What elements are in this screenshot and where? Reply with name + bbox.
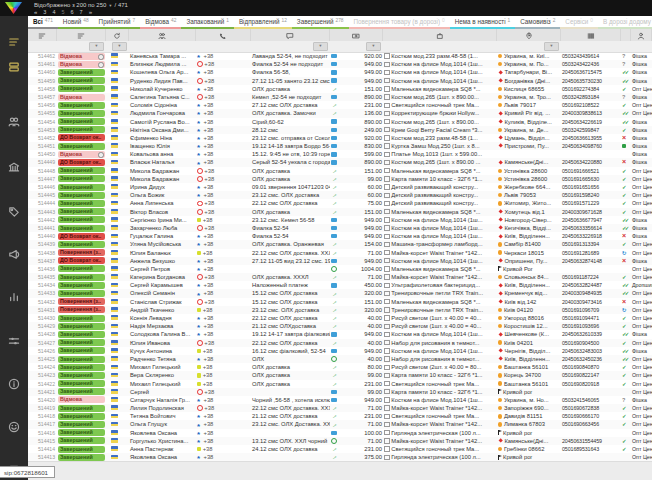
page-6-button[interactable]: 6 [71,9,74,15]
client-phone[interactable]: *+38 [196,437,251,445]
column-ttn[interactable] [561,29,621,41]
client-phone[interactable]: +38 [196,371,251,379]
order-row[interactable]: 514442ЗавершенийСергієнко Ірина Ми...+38… [28,216,652,224]
client-phone[interactable]: *+38 [196,52,251,60]
client-phone[interactable]: *+38 [196,396,251,404]
client-phone[interactable]: +38 [196,404,251,412]
sidebar-orders-icon[interactable] [8,36,20,48]
order-row[interactable]: 514434ЗавершенийСергей Карамышев*+38Нало… [28,281,652,289]
client-phone[interactable]: +38 [196,347,251,355]
client-phone[interactable]: +38 [196,199,251,207]
order-row[interactable]: 514461ВідмоваБлизнюк Людмила ...+38Фиалк… [28,60,652,68]
client-phone[interactable]: *+38 [196,314,251,322]
client-phone[interactable]: +38 [196,380,251,388]
order-row[interactable]: 514420ВідмоваСитарчук Наталія Гр...*+38Ч… [28,396,652,404]
column-client[interactable] [129,29,196,41]
client-phone[interactable]: +38 [196,445,251,453]
client-phone[interactable]: *+38 [196,322,251,330]
sidebar-finance-icon[interactable] [8,161,20,173]
column-address[interactable] [497,29,561,41]
column-status[interactable] [57,29,106,41]
order-row[interactable]: 514452ДО Возврат ок..Єфименко Ніна*+3823… [28,134,652,142]
client-phone[interactable]: *+38 [196,150,251,158]
order-row[interactable]: 514450ВідмоваКовальова анна*+3815.12. 9:… [28,150,652,158]
order-row[interactable]: 514416ЗавершенийЯковлева Оксана*+38100.0… [28,429,652,437]
client-phone[interactable]: *+38 [196,68,251,76]
order-row[interactable]: 514444ЗавершенийАнна Липенська+3822.12 с… [28,199,652,207]
order-row[interactable]: 514427ЗавершенийЮлия Иванова+3822.12 смс… [28,339,652,347]
order-row[interactable]: 514439ЗавершенийУляна Мусійовська*+38ОЛХ… [28,240,652,248]
client-phone[interactable]: *+38 [196,158,251,166]
page-4-button[interactable]: 4 [52,9,55,15]
client-phone[interactable]: +38 [196,208,251,216]
order-row[interactable]: 514430ЗавершенийКсенія Левадня*+3822.12 … [28,314,652,322]
client-phone[interactable]: +38 [196,306,251,314]
client-phone[interactable]: +38 [196,77,251,85]
column-price[interactable] [330,29,383,41]
column-order-id[interactable] [28,29,57,41]
sidebar-reports-icon[interactable] [8,291,20,303]
client-phone[interactable]: *+38 [196,142,251,150]
tab-6[interactable]: Завершений278 [292,16,349,29]
order-row[interactable]: 514437ДО Возврат ок..Анжела Безушко*+382… [28,257,652,265]
tab-5[interactable]: Відправлений12 [234,16,292,29]
order-row[interactable]: 514445ЗавершенийОльга Божик*+3823.12 смс… [28,191,652,199]
client-phone[interactable]: +38 [196,93,251,101]
order-row[interactable]: 514448ЗавершенийМикола Бадражан+38ОЛХ до… [28,167,652,175]
client-phone[interactable]: *+38 [196,183,251,191]
tab-1[interactable]: Новий48 [58,16,94,29]
order-row[interactable]: 514429ЗавершенийНадія Мерзаєва*+3821.12 … [28,322,652,330]
order-row[interactable]: 514457ВідмоваСалегина Татьяна С...+38Кем… [28,93,652,101]
client-phone[interactable]: *+38 [196,330,251,338]
order-row[interactable]: 514453ЗавершенийНікітіна Оксана Дми...*+… [28,126,652,134]
first-page-button[interactable]: « [34,9,37,15]
sidebar-settings-icon[interactable] [8,335,20,347]
page-5-button[interactable]: 5 [61,9,64,15]
client-phone[interactable]: *+38 [196,412,251,420]
order-row[interactable]: 514459ЗавершенийРуденко Лидия Пав...+382… [28,77,652,85]
order-row[interactable]: 514447ЗавершенийМикола Бадражан+38ОЛХ до… [28,175,652,183]
order-row[interactable]: 514419ЗавершенийЛилия Подолинская+3822.1… [28,404,652,412]
order-row[interactable]: 514417ЗавершенийОльга Глущук*+3823.12 см… [28,420,652,428]
page-3-button[interactable]: 3 [43,9,46,15]
sidebar-info-icon[interactable] [8,378,20,390]
order-row[interactable]: 514423ЗавершенийВера Скляренко+38ОЛХ дос… [28,371,652,379]
last-page-button[interactable]: » [89,9,92,15]
client-phone[interactable]: *+38 [196,232,251,240]
client-phone[interactable]: +38 [196,216,251,224]
order-row[interactable]: 514460ЗавершенийКошелева Ольга Ар...*+38… [28,68,652,76]
order-row[interactable]: 514432Повернення (з..Станіслав Стрижак+3… [28,298,652,306]
client-phone[interactable]: *+38 [196,355,251,363]
filter-dropdown[interactable]: ▾ [89,42,104,51]
filter-dropdown[interactable]: ▾ [112,42,127,51]
client-phone[interactable]: *+38 [196,265,251,273]
client-phone[interactable]: +38 [196,175,251,183]
order-row[interactable]: 514425ЗавершенийРадченко Тетяна*+38ОЛХ40… [28,355,652,363]
tab-7[interactable]: Повернення товару (в дорозі)0 [349,16,450,29]
client-phone[interactable]: *+38 [196,289,251,297]
app-logo-icon[interactable] [5,2,22,14]
tab-8[interactable]: Нема в наявності1 [450,16,516,29]
order-row[interactable]: 514443ЗавершенийВіктор Власов+38ОЛХ дост… [28,208,652,216]
client-phone[interactable]: +38 [196,298,251,306]
order-row[interactable]: 514440ДО Возврат ок..Гуцалюк Галина*+38Ф… [28,232,652,240]
sidebar-pricing-icon[interactable] [8,206,20,218]
column-country[interactable] [106,29,129,41]
order-row[interactable]: 514431Повернення (з..Андрій Ткаченко+382… [28,306,652,314]
column-ttn-state[interactable] [621,29,631,41]
order-row[interactable]: 514421ЗавершенийСергей+3899.00Карта памя… [28,388,652,396]
sidebar-marketing-icon[interactable] [8,248,20,260]
client-phone[interactable]: +38 [196,273,251,281]
client-phone[interactable]: *+38 [196,429,251,437]
client-phone[interactable]: +38 [196,249,251,257]
sidebar-support-icon[interactable] [8,421,20,433]
order-row[interactable]: 514426ЗавершенийКучук Антонина+3816.12 с… [28,347,652,355]
column-product[interactable] [383,29,497,41]
order-row[interactable]: 514451ЗавершенийІващенко Юлія*+3819.12 1… [28,142,652,150]
order-row[interactable]: 514435ЗавершенийКатерина Богданова+38ОЛХ… [28,273,652,281]
order-row[interactable]: 514433ЗавершенийОлексій Семанін*+3815.12… [28,289,652,297]
client-phone[interactable]: *+38 [196,85,251,93]
client-phone[interactable]: *+38 [196,257,251,265]
client-phone[interactable]: *+38 [196,240,251,248]
order-row[interactable]: 514456ЗавершенийСоломія Сідоніна*+3827.1… [28,101,652,109]
